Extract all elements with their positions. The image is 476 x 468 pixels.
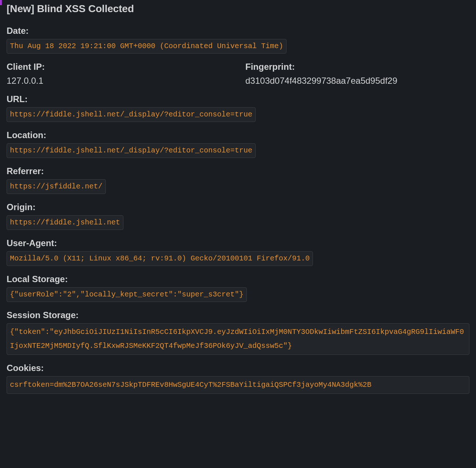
field-origin: Origin: https://fiddle.jshell.net bbox=[7, 202, 469, 230]
field-date: Date: Thu Aug 18 2022 19:21:00 GMT+0000 … bbox=[7, 26, 469, 54]
label-client-ip: Client IP: bbox=[7, 62, 231, 72]
value-cookies: csrftoken=dm%2B7OA26seN7sJSkpTDFREv8HwSg… bbox=[7, 376, 469, 394]
label-cookies: Cookies: bbox=[7, 363, 469, 373]
label-location: Location: bbox=[7, 130, 469, 140]
label-session-storage: Session Storage: bbox=[7, 310, 469, 320]
field-client-ip: Client IP: 127.0.0.1 bbox=[7, 62, 231, 86]
value-user-agent: Mozilla/5.0 (X11; Linux x86_64; rv:91.0)… bbox=[7, 251, 313, 266]
label-url: URL: bbox=[7, 94, 469, 104]
field-fingerprint: Fingerprint: d3103d074f483299738aa7ea5d9… bbox=[245, 62, 469, 86]
value-url: https://fiddle.jshell.net/_display/?edit… bbox=[7, 107, 256, 122]
field-referrer: Referrer: https://jsfiddle.net/ bbox=[7, 166, 469, 194]
value-client-ip: 127.0.0.1 bbox=[7, 76, 231, 86]
value-date: Thu Aug 18 2022 19:21:00 GMT+0000 (Coord… bbox=[7, 39, 286, 54]
field-user-agent: User-Agent: Mozilla/5.0 (X11; Linux x86_… bbox=[7, 238, 469, 266]
label-fingerprint: Fingerprint: bbox=[245, 62, 469, 72]
field-url: URL: https://fiddle.jshell.net/_display/… bbox=[7, 94, 469, 122]
value-origin: https://fiddle.jshell.net bbox=[7, 215, 123, 230]
field-cookies: Cookies: csrftoken=dm%2B7OA26seN7sJSkpTD… bbox=[7, 363, 469, 394]
value-local-storage: {"userRole":"2","locally_kept_secret":"s… bbox=[7, 287, 247, 302]
label-user-agent: User-Agent: bbox=[7, 238, 469, 248]
message-title: [New] Blind XSS Collected bbox=[7, 3, 469, 15]
label-origin: Origin: bbox=[7, 202, 469, 212]
value-location: https://fiddle.jshell.net/_display/?edit… bbox=[7, 143, 256, 158]
value-fingerprint: d3103d074f483299738aa7ea5d95df29 bbox=[245, 76, 469, 86]
label-date: Date: bbox=[7, 26, 469, 36]
field-session-storage: Session Storage: {"token":"eyJhbGciOiJIU… bbox=[7, 310, 469, 355]
value-session-storage: {"token":"eyJhbGciOiJIUzI1NiIsInR5cCI6Ik… bbox=[7, 323, 469, 355]
field-local-storage: Local Storage: {"userRole":"2","locally_… bbox=[7, 274, 469, 302]
label-referrer: Referrer: bbox=[7, 166, 469, 176]
field-location: Location: https://fiddle.jshell.net/_dis… bbox=[7, 130, 469, 158]
message-container: [New] Blind XSS Collected Date: Thu Aug … bbox=[0, 0, 476, 394]
accent-bar bbox=[0, 0, 2, 5]
value-referrer: https://jsfiddle.net/ bbox=[7, 179, 106, 194]
label-local-storage: Local Storage: bbox=[7, 274, 469, 284]
